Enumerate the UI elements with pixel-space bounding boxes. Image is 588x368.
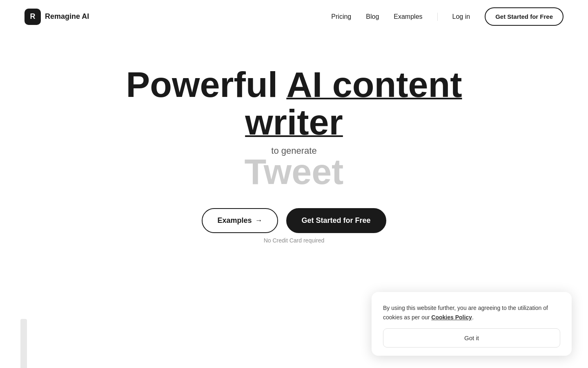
nav-login[interactable]: Log in <box>452 13 470 20</box>
nav-cta-button[interactable]: Get Started for Free <box>485 7 564 26</box>
cookie-banner: By using this website further, you are a… <box>372 292 572 356</box>
cookie-policy-link[interactable]: Cookies Policy <box>431 314 472 321</box>
navbar: R Remagine AI Pricing Blog Examples Log … <box>0 0 588 33</box>
hero-animated-word: Tweet <box>245 152 344 192</box>
nav-links: Pricing Blog Examples Log in Get Started… <box>331 7 564 26</box>
no-credit-card-label: No Credit Card required <box>264 237 325 244</box>
examples-button-label: Examples <box>217 216 252 225</box>
nav-divider <box>437 13 438 21</box>
examples-button[interactable]: Examples → <box>202 208 278 233</box>
nav-blog[interactable]: Blog <box>366 13 379 20</box>
nav-pricing[interactable]: Pricing <box>331 13 351 20</box>
hero-title: Powerful AI content writer <box>110 66 478 141</box>
cookie-accept-button[interactable]: Got it <box>383 328 560 348</box>
hero-title-plain: Powerful <box>126 64 287 105</box>
logo[interactable]: R Remagine AI <box>24 9 89 25</box>
logo-icon: R <box>24 9 41 25</box>
decoration-bar <box>20 319 27 368</box>
nav-examples[interactable]: Examples <box>394 13 422 20</box>
bottom-decoration <box>0 303 114 368</box>
hero-section: Powerful AI content writer to generate T… <box>0 33 588 244</box>
cookie-text: By using this website further, you are a… <box>383 303 560 322</box>
get-started-button[interactable]: Get Started for Free <box>286 208 386 233</box>
logo-text: Remagine AI <box>45 12 89 21</box>
hero-actions: Examples → Get Started for Free <box>202 208 386 233</box>
examples-arrow-icon: → <box>255 216 263 225</box>
